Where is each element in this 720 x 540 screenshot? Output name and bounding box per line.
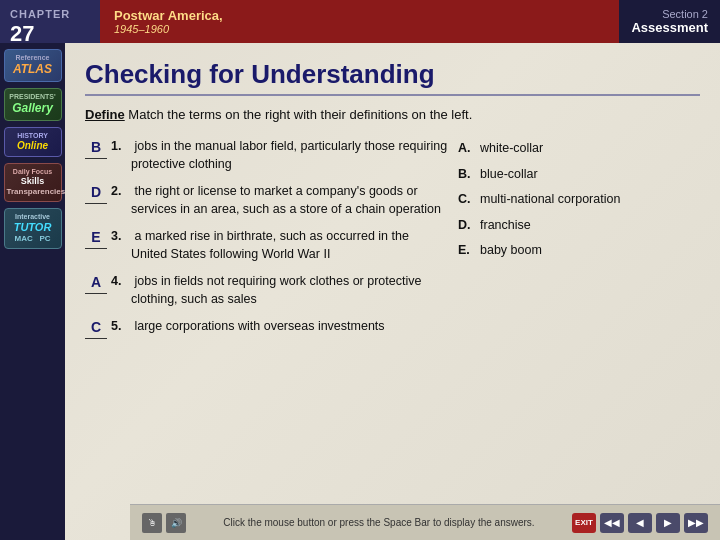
book-title: Postwar America, (114, 8, 605, 23)
nav-prev-prev[interactable]: ◀◀ (600, 513, 624, 533)
sidebar-btn-atlas[interactable]: Reference ATLAS (4, 49, 62, 82)
define-keyword: Define (85, 107, 125, 122)
question-num-3: 3. (111, 228, 131, 246)
question-answer-2: D (85, 183, 107, 204)
question-item-2: D 2. the right or license to market a co… (85, 183, 448, 218)
answer-text-1: white-collar (480, 140, 543, 158)
small-icons: 🖱 🔊 (142, 513, 186, 533)
question-text-5: large corporations with overseas investm… (131, 318, 385, 336)
main-area: Reference ATLAS PRESIDENTS' Gallery HIST… (0, 43, 720, 540)
question-num-4: 4. (111, 273, 131, 291)
sidebar-btn-tutor[interactable]: Interactive TUTOR MAC PC (4, 208, 62, 249)
question-item-3: E 3. a marked rise in birthrate, such as… (85, 228, 448, 263)
sidebar-btn-presidents[interactable]: PRESIDENTS' Gallery (4, 88, 62, 121)
exit-button[interactable]: EXIT (572, 513, 596, 533)
sidebar-btn-daily[interactable]: Daily Focus Skills Transparencies (4, 163, 62, 202)
answer-letter-5: E. (458, 242, 480, 260)
define-body: Match the terms on the right with their … (125, 107, 473, 122)
answer-letter-1: A. (458, 140, 480, 158)
question-item-4: A 4. jobs in fields not requiring work c… (85, 273, 448, 308)
question-item-1: B 1. jobs in the manual labor field, par… (85, 138, 448, 173)
icon-1: 🖱 (142, 513, 162, 533)
answer-text-5: baby boom (480, 242, 542, 260)
answer-text-2: blue-collar (480, 166, 538, 184)
question-answer-5: C (85, 318, 107, 339)
chapter-block: CHAPTER 27 (0, 0, 100, 43)
nav-icons: EXIT ◀◀ ◀ ▶ ▶▶ (572, 513, 708, 533)
answer-item-5: E. baby boom (458, 242, 700, 260)
top-bar: CHAPTER 27 Postwar America, 1945–1960 Se… (0, 0, 720, 43)
question-text-3: a marked rise in birthrate, such as occu… (131, 228, 448, 263)
answers-col: A. white-collar B. blue-collar C. multi-… (458, 138, 700, 349)
question-num-5: 5. (111, 318, 131, 336)
section-label: Section 2 (631, 8, 708, 20)
question-item-5: C 5. large corporations with overseas in… (85, 318, 448, 339)
nav-next[interactable]: ▶ (656, 513, 680, 533)
answer-text-3: multi-national corporation (480, 191, 620, 209)
nav-next-next[interactable]: ▶▶ (684, 513, 708, 533)
question-text-4: jobs in fields not requiring work clothe… (131, 273, 448, 308)
answer-letter-2: B. (458, 166, 480, 184)
bottom-bar: 🖱 🔊 Click the mouse button or press the … (130, 504, 720, 540)
questions-col: B 1. jobs in the manual labor field, par… (85, 138, 448, 349)
nav-prev[interactable]: ◀ (628, 513, 652, 533)
book-years: 1945–1960 (114, 23, 605, 35)
book-title-block: Postwar America, 1945–1960 (100, 0, 619, 43)
content-area: Checking for Understanding Define Match … (65, 43, 720, 540)
icon-2: 🔊 (166, 513, 186, 533)
question-text-2: the right or license to market a company… (131, 183, 448, 218)
question-answer-3: E (85, 228, 107, 249)
page-title: Checking for Understanding (85, 59, 700, 96)
content-inner: Checking for Understanding Define Match … (85, 59, 700, 349)
answer-text-4: franchise (480, 217, 531, 235)
question-answer-4: A (85, 273, 107, 294)
sidebar: Reference ATLAS PRESIDENTS' Gallery HIST… (0, 43, 65, 540)
question-text-1: jobs in the manual labor field, particul… (131, 138, 448, 173)
bottom-instruction: Click the mouse button or press the Spac… (186, 517, 572, 528)
answer-item-4: D. franchise (458, 217, 700, 235)
assessment-label: Assessment (631, 20, 708, 35)
answer-letter-3: C. (458, 191, 480, 209)
sidebar-btn-history[interactable]: HISTORY Online (4, 127, 62, 157)
question-num-2: 2. (111, 183, 131, 201)
question-answer-1: B (85, 138, 107, 159)
answer-item-3: C. multi-national corporation (458, 191, 700, 209)
section-block: Section 2 Assessment (619, 0, 720, 43)
question-num-1: 1. (111, 138, 131, 156)
chapter-label: CHAPTER (10, 8, 70, 20)
answer-item-2: B. blue-collar (458, 166, 700, 184)
answer-letter-4: D. (458, 217, 480, 235)
qa-columns: B 1. jobs in the manual labor field, par… (85, 138, 700, 349)
answer-item-1: A. white-collar (458, 140, 700, 158)
define-instruction: Define Match the terms on the right with… (85, 106, 700, 124)
